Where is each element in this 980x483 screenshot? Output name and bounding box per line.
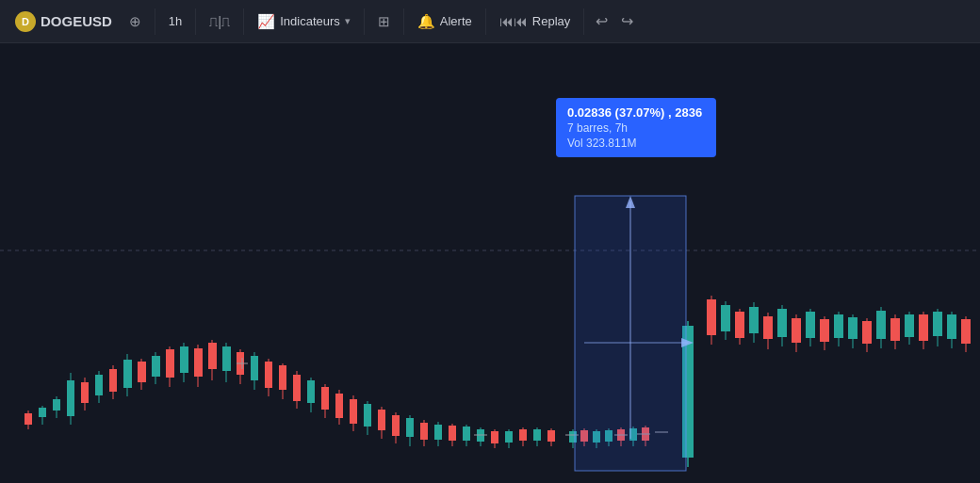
replay-button[interactable]: ⏮⏮ Replay [492, 8, 578, 34]
svg-rect-77 [533, 429, 541, 441]
divider-7 [583, 8, 584, 35]
svg-rect-133 [933, 312, 942, 336]
svg-rect-6 [53, 399, 60, 411]
svg-rect-64 [449, 426, 456, 441]
svg-rect-113 [792, 318, 801, 343]
svg-rect-46 [321, 387, 329, 410]
svg-rect-48 [335, 394, 343, 418]
svg-rect-20 [152, 356, 160, 377]
svg-rect-24 [180, 346, 188, 373]
svg-rect-2 [24, 413, 32, 425]
svg-rect-18 [138, 362, 146, 382]
undo-button[interactable]: ↩ [590, 8, 613, 35]
svg-rect-16 [123, 360, 132, 388]
indicators-button[interactable]: 📈 Indicateurs ▾ [250, 8, 358, 35]
chart-area[interactable]: 0.02836 (37.07%) , 2836 7 barres, 7h Vol… [0, 43, 980, 483]
symbol-button[interactable]: D DOGEUSD [8, 7, 120, 37]
svg-rect-127 [890, 318, 900, 341]
divider-4 [364, 8, 365, 35]
svg-rect-56 [392, 415, 400, 436]
layout-icon: ⊞ [378, 13, 390, 30]
svg-rect-129 [905, 314, 914, 337]
redo-button[interactable]: ↪ [615, 8, 639, 35]
svg-rect-26 [194, 348, 203, 377]
svg-rect-12 [95, 375, 103, 395]
svg-rect-75 [519, 429, 527, 441]
doge-icon: D [15, 11, 36, 32]
divider-2 [195, 8, 196, 35]
svg-rect-38 [265, 362, 272, 388]
svg-rect-121 [848, 317, 858, 339]
bell-icon: 🔔 [417, 13, 435, 30]
svg-rect-4 [39, 408, 46, 417]
svg-rect-105 [735, 312, 744, 338]
svg-rect-115 [806, 312, 815, 338]
chart-type-button[interactable]: ⎍|⎍ [202, 8, 237, 34]
divider-1 [155, 8, 155, 35]
svg-rect-30 [222, 346, 231, 371]
svg-rect-71 [491, 431, 498, 443]
svg-rect-8 [67, 380, 74, 416]
svg-rect-22 [166, 349, 174, 378]
toolbar: D DOGEUSD ⊕ 1h ⎍|⎍ 📈 Indicateurs ▾ ⊞ 🔔 A… [0, 0, 980, 43]
svg-rect-79 [547, 430, 555, 442]
svg-rect-119 [834, 314, 843, 338]
undo-icon: ↩ [596, 13, 608, 29]
indicators-icon: 📈 [257, 13, 275, 30]
replay-icon: ⏮⏮ [499, 13, 528, 29]
add-button[interactable]: ⊕ [122, 8, 149, 35]
svg-rect-52 [364, 404, 371, 427]
svg-rect-131 [919, 314, 928, 341]
plus-icon: ⊕ [129, 13, 141, 30]
symbol-label: DOGEUSD [41, 13, 112, 29]
indicators-label: Indicateurs [280, 14, 340, 28]
svg-rect-117 [820, 319, 829, 342]
svg-rect-123 [862, 321, 872, 344]
timeframe-label: 1h [169, 14, 182, 28]
replay-label: Replay [532, 14, 570, 28]
svg-rect-10 [81, 382, 89, 403]
svg-rect-14 [109, 369, 117, 392]
svg-rect-60 [420, 423, 428, 440]
alert-label: Alerte [440, 14, 472, 28]
svg-rect-101 [707, 299, 716, 335]
svg-rect-107 [749, 307, 759, 333]
svg-rect-58 [406, 418, 414, 437]
svg-rect-125 [876, 311, 886, 339]
tooltip-line1: 0.02836 (37.07%) , 2836 [567, 105, 705, 120]
svg-rect-50 [350, 399, 357, 424]
svg-rect-28 [208, 343, 217, 369]
divider-6 [485, 8, 486, 35]
alert-button[interactable]: 🔔 Alerte [410, 8, 480, 35]
timeframe-button[interactable]: 1h [161, 9, 189, 33]
svg-rect-73 [505, 431, 513, 443]
candlestick-icon: ⎍|⎍ [209, 13, 230, 29]
svg-rect-62 [434, 425, 442, 440]
tooltip-box: 0.02836 (37.07%) , 2836 7 barres, 7h Vol… [556, 98, 716, 157]
svg-rect-135 [947, 314, 956, 339]
chevron-down-icon: ▾ [345, 15, 351, 27]
svg-rect-54 [378, 410, 385, 430]
svg-rect-40 [279, 365, 286, 390]
svg-rect-103 [721, 305, 730, 331]
svg-rect-137 [961, 319, 971, 344]
layout-button[interactable]: ⊞ [370, 8, 398, 35]
redo-icon: ↪ [621, 13, 633, 29]
svg-rect-36 [251, 356, 258, 380]
svg-rect-42 [293, 375, 301, 401]
svg-rect-111 [777, 309, 787, 337]
candlestick-chart [0, 43, 980, 483]
svg-rect-109 [763, 316, 773, 339]
tooltip-line3: Vol 323.811M [567, 137, 705, 150]
divider-3 [243, 8, 244, 35]
svg-rect-44 [307, 380, 315, 403]
svg-rect-66 [463, 427, 470, 441]
divider-5 [403, 8, 404, 35]
tooltip-line2: 7 barres, 7h [567, 121, 705, 135]
